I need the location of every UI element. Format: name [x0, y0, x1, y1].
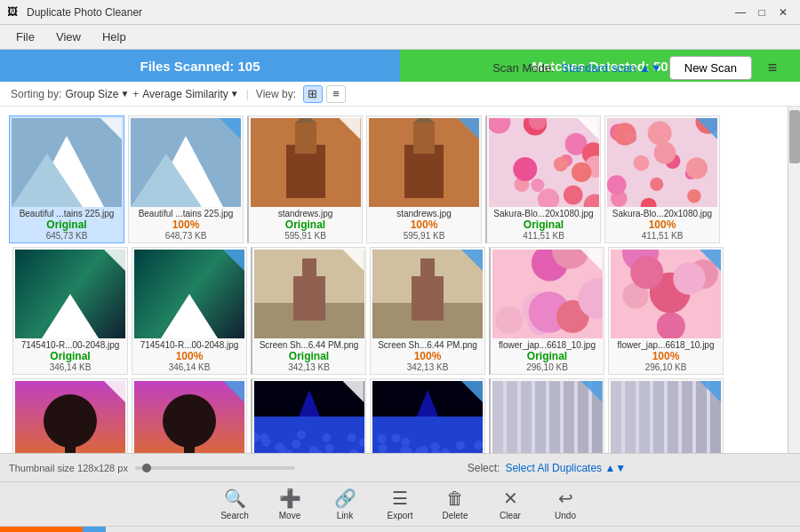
undo-button[interactable]: ↩Undo [540, 485, 591, 524]
search-label: Search [220, 511, 249, 520]
photo-cell[interactable]: standrews.jpg100%595,91 KB [366, 115, 482, 243]
app-icon: 🖼 [7, 5, 21, 20]
link-label: Link [337, 511, 353, 520]
move-button[interactable]: ➕Move [264, 485, 316, 524]
select-label: Select: [468, 462, 500, 474]
photo-cell[interactable]: Beautiful ...tains 225.jpgOriginal645,73… [9, 115, 124, 243]
photo-thumbnail [254, 381, 364, 453]
view-by-label: View by: [256, 88, 296, 100]
photo-cell[interactable]: Original [12, 378, 128, 453]
thumbnail-slider-handle[interactable] [142, 464, 151, 472]
photo-thumbnail [131, 118, 241, 207]
search-button[interactable]: 🔍Search [209, 485, 260, 524]
clear-icon: ✕ [503, 488, 518, 509]
photo-cell[interactable]: Screen Sh...6.44 PM.png100%342,13 KB [370, 247, 485, 375]
window-controls: — □ ✕ [731, 4, 793, 21]
delete-button[interactable]: 🗑Delete [429, 485, 481, 524]
photo-filename: standrews.jpg [252, 209, 359, 218]
photo-filename: flower_jap...6618_10.jpg [494, 340, 601, 350]
menu-help[interactable]: Help [93, 27, 135, 47]
photo-filename: 7145410-R...00-2048.jpg [136, 340, 243, 350]
photo-thumbnail [492, 381, 603, 453]
photo-grid-container: Beautiful ...tains 225.jpgOriginal645,73… [0, 107, 800, 453]
select-section: Select: Select All Duplicates ▲▼ [302, 462, 791, 474]
grid-view-button[interactable]: ⊞ [303, 85, 323, 103]
photo-thumbnail [251, 118, 361, 207]
menu-view[interactable]: View [47, 27, 90, 47]
maximize-button[interactable]: □ [752, 4, 772, 21]
photo-cell[interactable] [370, 378, 485, 453]
photo-status: Original [527, 350, 567, 362]
photo-filesize: 342,13 KB [288, 362, 330, 372]
photo-cell[interactable]: flower_jap...6618_10.jpg100%296,10 KB [608, 247, 724, 375]
photo-filename: 7145410-R...00-2048.jpg [17, 340, 124, 350]
minimize-button[interactable]: — [731, 4, 750, 21]
photo-cell[interactable]: 7145410-R...00-2048.jpg100%346,14 KB [132, 247, 247, 375]
link-icon: 🔗 [334, 488, 356, 509]
photo-status: 100% [176, 350, 204, 362]
register-button[interactable]: Register now [0, 527, 83, 532]
photo-status: Original [46, 218, 86, 231]
photo-filesize: 346,14 KB [50, 362, 92, 372]
photo-thumbnail [15, 381, 125, 453]
photo-filesize: 296,10 KB [526, 362, 568, 372]
photo-filesize: 342,13 KB [407, 362, 449, 372]
menu-file[interactable]: File [7, 27, 44, 47]
thumbnail-slider[interactable] [135, 466, 295, 470]
photo-cell[interactable]: Original [251, 378, 366, 453]
photo-filesize: 296,10 KB [645, 362, 687, 372]
photo-cell[interactable]: standrews.jpgOriginal595,91 KB [247, 115, 363, 243]
photo-filesize: 595,91 KB [404, 231, 445, 241]
photo-cell[interactable]: 100% [132, 378, 247, 453]
photo-status: Original [50, 350, 90, 362]
scrollbar-thumb[interactable] [789, 110, 800, 163]
photo-filesize: 648,73 KB [165, 231, 207, 241]
photo-thumbnail [372, 250, 483, 338]
photo-status: 100% [652, 350, 680, 362]
photo-filename: Beautiful ...tains 225.jpg [13, 209, 120, 218]
link-button[interactable]: 🔗Link [319, 485, 371, 524]
select-dropdown[interactable]: Select All Duplicates ▲▼ [505, 462, 626, 474]
delete-label: Delete [443, 511, 468, 520]
photo-filesize: 346,14 KB [169, 362, 211, 372]
photo-filesize: 595,91 KB [284, 231, 326, 241]
toolbar-right: Scan Mode: Standard scan ▲▼ New Scan ≡ [492, 55, 786, 80]
photo-cell[interactable]: 7145410-R...00-2048.jpgOriginal346,14 KB [12, 247, 128, 375]
undo-label: Undo [555, 511, 576, 520]
photo-cell[interactable]: Beautiful ...tains 225.jpg100%648,73 KB [128, 115, 244, 243]
new-scan-button[interactable]: New Scan [669, 56, 752, 80]
files-scanned-panel: Files Scanned: 105 [0, 50, 400, 82]
list-view-button[interactable]: ≡ [326, 85, 346, 103]
photo-thumbnail [607, 118, 717, 207]
scrollbar[interactable] [788, 107, 800, 453]
photo-cell[interactable] [489, 378, 604, 453]
photo-cell[interactable]: flower_jap...6618_10.jpgOriginal296,10 K… [489, 247, 604, 375]
hamburger-menu-button[interactable]: ≡ [759, 55, 786, 80]
photo-status: Original [524, 218, 564, 231]
thumbnail-size-label: Thumbnail size 128x128 px [9, 463, 128, 473]
photo-filesize: 411,51 KB [642, 231, 684, 241]
photo-cell[interactable]: Sakura-Blo...20x1080.jpg100%411,51 KB [604, 115, 720, 243]
sort-group-size[interactable]: Group Size ▼ [65, 88, 129, 100]
photo-status: 100% [649, 218, 676, 231]
view-icons: ⊞ ≡ [303, 85, 346, 103]
photo-filename: Beautiful ...tains 225.jpg [132, 209, 239, 218]
photo-status: 100% [172, 218, 200, 231]
scan-mode-select[interactable]: Standard scan ▲▼ [562, 61, 662, 75]
photo-cell[interactable] [608, 378, 724, 453]
move-label: Move [279, 511, 300, 520]
photo-filename: Sakura-Blo...20x1080.jpg [609, 209, 716, 218]
photo-thumbnail [15, 250, 125, 338]
photo-cell[interactable]: Screen Sh...6.44 PM.pngOriginal342,13 KB [251, 247, 366, 375]
photo-filename: Screen Sh...6.44 PM.png [256, 340, 363, 350]
sorting-by-label: Sorting by: [11, 88, 61, 100]
clear-button[interactable]: ✕Clear [484, 485, 536, 524]
photo-cell[interactable]: Sakura-Blo...20x1080.jpgOriginal411,51 K… [485, 115, 601, 243]
sort-avg-similarity[interactable]: Average Similarity ▼ [142, 88, 238, 100]
thumbnail-bar: Thumbnail size 128x128 px Select: Select… [0, 453, 800, 481]
close-button[interactable]: ✕ [773, 4, 793, 21]
photo-thumbnail [369, 118, 479, 207]
photo-filesize: 645,73 KB [46, 231, 88, 241]
export-button[interactable]: ☰Export [374, 485, 426, 524]
photo-thumbnail [134, 250, 244, 338]
